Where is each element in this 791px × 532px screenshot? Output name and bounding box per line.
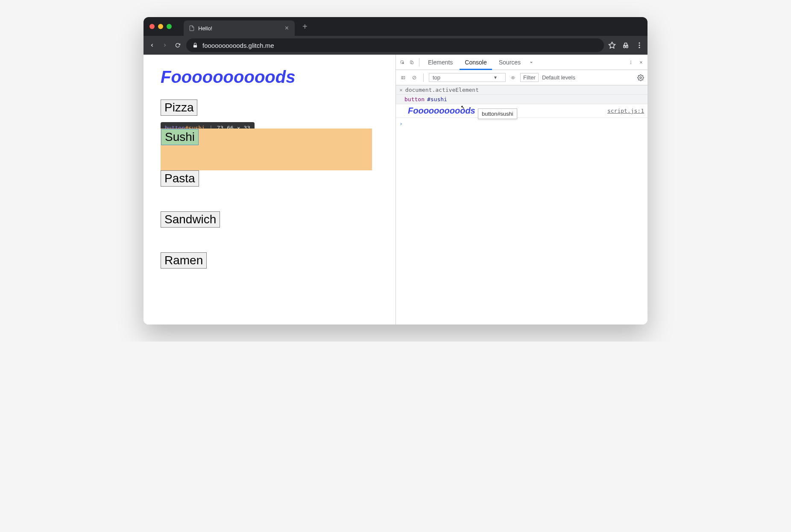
live-expression-row: × document.activeElement bbox=[396, 85, 647, 95]
svg-rect-0 bbox=[193, 45, 197, 47]
svg-point-2 bbox=[624, 46, 626, 48]
svg-rect-9 bbox=[412, 61, 413, 64]
chevron-down-icon: ▼ bbox=[493, 75, 498, 80]
food-button-pizza[interactable]: Pizza bbox=[161, 99, 197, 116]
result-id: #sushi bbox=[427, 96, 447, 102]
close-tab-button[interactable]: × bbox=[284, 24, 290, 32]
titlebar: Hello! × + bbox=[144, 17, 647, 36]
expression-text: document.activeElement bbox=[405, 87, 479, 93]
browser-window: Hello! × + foooooooooods.glitch.me Foooo… bbox=[144, 17, 647, 324]
console-toolbar: top ▼ Filter Default levels bbox=[396, 70, 647, 85]
new-tab-button[interactable]: + bbox=[302, 22, 308, 32]
page-content: Foooooooooods button#sushi | 73.66 × 33 … bbox=[144, 55, 396, 324]
svg-line-18 bbox=[413, 76, 416, 79]
clear-console-icon[interactable] bbox=[410, 74, 418, 82]
url-text: foooooooooods.glitch.me bbox=[202, 42, 274, 49]
live-expression-icon[interactable] bbox=[509, 74, 517, 82]
food-button-sushi[interactable]: Sushi bbox=[161, 129, 199, 145]
devtools-tabbar: Elements Console Sources bbox=[396, 55, 647, 70]
food-button-pasta[interactable]: Pasta bbox=[161, 170, 199, 187]
context-value: top bbox=[433, 74, 440, 81]
highlight-margin-box: Sushi bbox=[161, 129, 372, 170]
device-toggle-icon[interactable] bbox=[408, 58, 416, 66]
address-bar[interactable]: foooooooooods.glitch.me bbox=[186, 38, 604, 52]
file-icon bbox=[189, 25, 195, 31]
tab-console[interactable]: Console bbox=[460, 55, 492, 70]
bookmark-star-icon[interactable] bbox=[608, 41, 616, 49]
hover-tooltip: button#sushi bbox=[478, 108, 517, 119]
svg-point-4 bbox=[639, 42, 640, 44]
toolbar: foooooooooods.glitch.me bbox=[144, 36, 647, 55]
result-tag: button bbox=[404, 96, 425, 102]
svg-point-5 bbox=[639, 45, 640, 46]
log-levels[interactable]: Default levels bbox=[542, 74, 575, 81]
svg-marker-1 bbox=[609, 42, 615, 48]
svg-point-10 bbox=[630, 61, 631, 61]
devtools-panel: Elements Console Sources top ▼ bbox=[396, 55, 647, 324]
filter-input[interactable]: Filter bbox=[520, 73, 539, 82]
inspect-element-icon[interactable] bbox=[398, 58, 406, 66]
console-body: × document.activeElement button#sushi Fo… bbox=[396, 85, 647, 324]
menu-button[interactable] bbox=[636, 41, 643, 49]
console-log-row: Foooooooooods script.js:1 bbox=[396, 104, 647, 118]
separator bbox=[423, 73, 424, 82]
svg-point-11 bbox=[630, 62, 631, 63]
tab-sources[interactable]: Sources bbox=[494, 55, 526, 70]
expression-result[interactable]: button#sushi bbox=[396, 95, 647, 104]
maximize-window-button[interactable] bbox=[167, 24, 172, 29]
svg-point-3 bbox=[626, 46, 628, 48]
tab-elements[interactable]: Elements bbox=[423, 55, 458, 70]
page-heading: Foooooooooods bbox=[161, 67, 378, 87]
console-prompt[interactable]: › bbox=[396, 118, 647, 129]
log-source-link[interactable]: script.js:1 bbox=[607, 108, 644, 114]
svg-point-6 bbox=[639, 47, 640, 48]
remove-expression-button[interactable]: × bbox=[399, 87, 403, 93]
browser-tab[interactable]: Hello! × bbox=[184, 20, 295, 36]
devtools-menu-icon[interactable] bbox=[627, 58, 635, 66]
close-devtools-icon[interactable] bbox=[637, 58, 645, 66]
svg-point-20 bbox=[640, 77, 642, 79]
food-button-sandwich[interactable]: Sandwich bbox=[161, 211, 220, 228]
cursor-icon: ↖ bbox=[461, 102, 465, 111]
food-button-ramen[interactable]: Ramen bbox=[161, 252, 207, 269]
minimize-window-button[interactable] bbox=[158, 24, 163, 29]
svg-point-12 bbox=[630, 63, 631, 64]
traffic-lights bbox=[149, 24, 172, 29]
svg-point-19 bbox=[513, 77, 514, 78]
console-sidebar-toggle-icon[interactable] bbox=[399, 74, 407, 82]
content-area: Foooooooooods button#sushi | 73.66 × 33 … bbox=[144, 55, 647, 324]
close-window-button[interactable] bbox=[149, 24, 155, 29]
gear-icon[interactable] bbox=[637, 74, 644, 81]
svg-rect-15 bbox=[401, 76, 405, 79]
more-tabs-icon[interactable] bbox=[527, 58, 535, 66]
incognito-icon[interactable] bbox=[622, 41, 630, 49]
context-selector[interactable]: top ▼ bbox=[429, 73, 506, 82]
back-button[interactable] bbox=[148, 41, 156, 50]
separator bbox=[419, 58, 419, 67]
lock-icon bbox=[192, 42, 198, 48]
forward-button[interactable] bbox=[161, 41, 169, 50]
tab-title: Hello! bbox=[198, 25, 212, 32]
reload-button[interactable] bbox=[173, 41, 182, 50]
